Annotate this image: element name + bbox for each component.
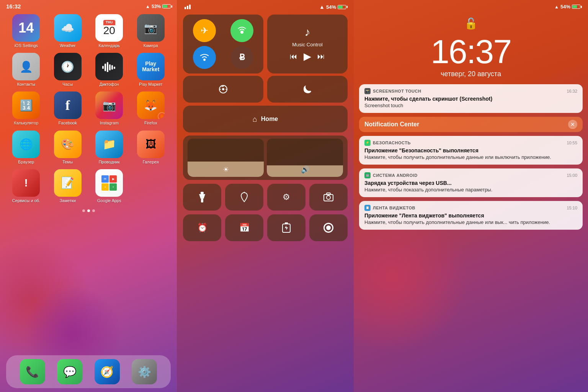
notif-app-info-android: 🤖 СИСТЕМА ANDROID	[364, 172, 418, 178]
app-weather[interactable]: ☁️ Weather	[49, 14, 87, 48]
notif-app-icon-screenshot: 📸	[364, 88, 371, 94]
brightness-slider[interactable]: ☀	[188, 139, 264, 177]
app-google-apps-label: Google Apps	[97, 198, 121, 203]
app-firefox[interactable]: 🦊 Firefox	[132, 91, 170, 126]
volume-slider[interactable]: 🔊	[267, 139, 343, 177]
quick-camera-button[interactable]	[309, 184, 348, 211]
music-prev-button[interactable]: ⏮	[290, 52, 297, 61]
record-dot	[326, 225, 331, 230]
dock: 📞 💬 🧭 ⚙️	[6, 355, 171, 388]
music-controls: ⏮ ▶ ⏭	[290, 51, 325, 62]
notif-time-android: 15:00	[567, 173, 577, 178]
home-button[interactable]: ⌂ Home	[183, 106, 348, 132]
status-time: 16:32	[6, 3, 21, 10]
app-camera-icon: 📷	[137, 14, 165, 42]
signal-bar-2	[187, 6, 188, 9]
dock-settings-icon: ⚙️	[132, 359, 157, 384]
calendar-control-button[interactable]: 📅	[225, 214, 263, 241]
app-calendar[interactable]: THU 20 Календарь	[91, 14, 128, 48]
app-browser[interactable]: 🌐 Браузер	[8, 131, 45, 165]
app-notes[interactable]: 📝 Заметки	[49, 169, 87, 203]
app-themes[interactable]: 🎨 Темы	[49, 131, 87, 165]
app-clock-icon: 🕐	[54, 53, 82, 80]
app-gallery[interactable]: 🖼 Галерея	[132, 131, 170, 165]
notif-title-lenta: Приложение "Лента виджетов" выполняется	[364, 212, 577, 219]
hotspot-button[interactable]	[230, 19, 253, 42]
rotation-lock-button[interactable]	[183, 76, 263, 103]
control-center-panel: ▲ 54% ✈ Ƀ ♪ M	[177, 0, 354, 392]
control-battery-area: ▲ 54%	[319, 4, 346, 10]
location-button[interactable]	[225, 184, 263, 211]
app-ios-settings[interactable]: 14 iOS Settings	[8, 14, 45, 48]
app-calculator[interactable]: 🔢 Калькулятор	[8, 91, 45, 126]
music-next-button[interactable]: ⏭	[317, 52, 325, 61]
status-bar-home: 16:32 ▲ 53%	[0, 0, 177, 11]
bluetooth-button[interactable]: Ƀ	[230, 46, 253, 69]
app-clock-label: Часы	[62, 82, 73, 87]
lock-big-time: 16:37	[354, 35, 588, 69]
svg-rect-0	[102, 66, 104, 69]
record-circle	[323, 223, 333, 233]
app-themes-icon: 🎨	[54, 131, 82, 158]
app-instagram[interactable]: 📷 Instagram	[91, 91, 128, 126]
app-play-market[interactable]: PlayMarket Play Маркет	[132, 53, 170, 87]
notif-header-lenta: 📋 ЛЕНТА ВИДЖЕТОВ 15:10	[364, 205, 577, 211]
notif-app-name-android: СИСТЕМА ANDROID	[373, 173, 418, 178]
notification-center-close-button[interactable]: ✕	[568, 120, 577, 129]
flashlight-button[interactable]	[183, 184, 221, 211]
airplane-mode-button[interactable]: ✈	[193, 19, 216, 42]
connectivity-card: ✈ Ƀ	[183, 15, 263, 74]
page-dot-3[interactable]	[92, 209, 95, 212]
app-recorder[interactable]: Диктофон	[91, 53, 128, 87]
wifi-icon: ▲	[319, 4, 325, 10]
app-google-apps[interactable]: ✉ ▶ + + Google Apps	[91, 169, 128, 203]
signal-bar-3	[189, 5, 191, 9]
notif-body-screenshot: Screenshot touch	[364, 103, 577, 109]
page-dot-2[interactable]	[87, 209, 90, 212]
svg-rect-10	[201, 192, 204, 194]
notification-lenta-vidzhetov[interactable]: 📋 ЛЕНТА ВИДЖЕТОВ 15:10 Приложение "Лента…	[359, 201, 583, 230]
notif-time-lenta: 15:10	[567, 206, 577, 210]
app-files[interactable]: 📁 Проводник	[91, 131, 128, 165]
app-grid: 14 iOS Settings ☁️ Weather THU 20 Календ…	[0, 11, 177, 206]
screen-record-button[interactable]	[309, 214, 348, 241]
lock-time: 16:37	[354, 35, 588, 69]
app-play-market-icon: PlayMarket	[137, 53, 165, 80]
music-play-button[interactable]: ▶	[304, 51, 311, 62]
notif-time-screenshot: 16:32	[567, 89, 577, 93]
app-firefox-icon: 🦊	[137, 91, 165, 119]
lock-screen-panel: ▲ 54% 🔓 16:37 четверг, 20 августа 📸 SCRE…	[354, 0, 588, 392]
notification-bezopasnost[interactable]: ⚡ БЕЗОПАСНОСТЬ 10:55 Приложение "Безопас…	[359, 136, 583, 165]
home-screen-panel: 16:32 ▲ 53% 14 iOS Settings ☁️ Weather T…	[0, 0, 177, 392]
notification-screenshot-touch[interactable]: 📸 SCREENSHOT TOUCH 16:32 Нажмите, чтобы …	[359, 84, 583, 113]
dock-safari[interactable]: 🧭	[95, 359, 120, 384]
app-services[interactable]: ! Сервисы и об.	[8, 169, 45, 203]
control-battery-fill	[338, 6, 343, 8]
slider-row: ☀ 🔊	[188, 139, 343, 177]
connectivity-grid: ✈ Ƀ	[188, 19, 259, 69]
dock-messages[interactable]: 💬	[57, 359, 82, 384]
notification-android-system[interactable]: 🤖 СИСТЕМА ANDROID 15:00 Зарядка устройст…	[359, 168, 583, 197]
app-google-apps-icon: ✉ ▶ + +	[95, 169, 123, 197]
app-files-label: Проводник	[99, 160, 120, 165]
notif-app-icon-lenta: 📋	[364, 205, 371, 211]
dock-settings[interactable]: ⚙️	[132, 359, 157, 384]
alarm-button[interactable]: ⏰	[183, 214, 221, 241]
dock-phone[interactable]: 📞	[20, 359, 45, 384]
battery-saver-button[interactable]	[267, 214, 305, 241]
app-facebook-icon: f	[54, 91, 82, 119]
app-facebook[interactable]: f Facebook	[49, 91, 87, 126]
app-files-icon: 📁	[95, 131, 123, 158]
do-not-disturb-button[interactable]	[267, 76, 348, 103]
system-settings-button[interactable]: ⚙	[267, 184, 305, 211]
notif-time-bezopasnost: 10:55	[567, 140, 577, 145]
app-camera[interactable]: 📷 Камера	[132, 14, 170, 48]
page-dot-1[interactable]	[82, 209, 85, 212]
lock-icon: 🔓	[464, 17, 478, 30]
svg-marker-11	[199, 194, 205, 199]
app-contacts[interactable]: 👤 Контакты	[8, 53, 45, 87]
wifi-button[interactable]	[193, 46, 216, 69]
dock-messages-icon: 💬	[57, 359, 82, 384]
svg-point-15	[327, 196, 330, 199]
app-clock[interactable]: 🕐 Часы	[49, 53, 87, 87]
